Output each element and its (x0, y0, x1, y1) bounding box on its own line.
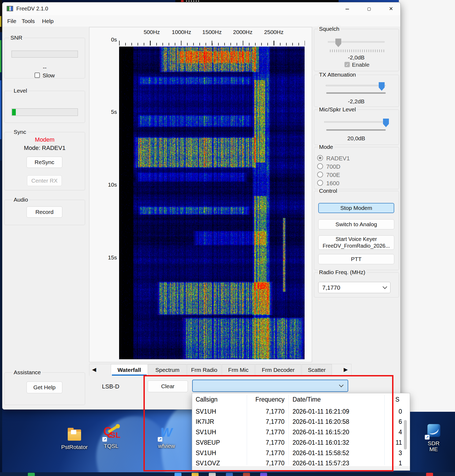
taskbar-icon[interactable] (28, 473, 35, 476)
taskbar-icon[interactable] (243, 473, 250, 476)
header-snr[interactable]: S (395, 396, 399, 403)
desktop-icon-tqsl[interactable]: QSL ↗ TQSL (95, 426, 127, 449)
voice-keyer-line2: FreeDV_FromRadio_2026... (323, 243, 390, 249)
tx-attenuation-value: -2,2dB (335, 98, 378, 105)
background-window-red-pip (181, 0, 184, 2)
tab-scatter[interactable]: Scatter (302, 364, 332, 376)
menu-bar: File Tools Help (2, 15, 400, 27)
background-window-glyphs (186, 1, 199, 2)
squelch-enable-label[interactable]: Enable (352, 62, 369, 68)
tab-frm-mic[interactable]: Frm Mic (222, 364, 255, 376)
time-axis-label: 0s (101, 36, 117, 43)
level-group (4, 91, 85, 123)
mode-radio-radev1[interactable] (317, 155, 323, 161)
tx-attenuation-slider-track[interactable] (326, 85, 386, 86)
mode-radio-700e[interactable] (317, 172, 323, 177)
squelch-value: -2,0dB (335, 54, 378, 61)
slow-checkbox-label[interactable]: Slow (43, 72, 55, 79)
level-gauge-fill (12, 109, 16, 115)
tab-frm-decoder[interactable]: Frm Decoder (255, 364, 301, 376)
maximize-button[interactable] (363, 3, 375, 14)
desktop-icon-sdr[interactable]: ↗ SDR ME (418, 424, 450, 452)
sync-status: Modem (4, 136, 85, 143)
voice-keyer-line1: Start Voice Keyer (336, 236, 377, 243)
tqsl-icon: QSL ↗ (103, 426, 119, 441)
radio-freq-combobox[interactable]: 7,1770 (318, 282, 390, 293)
menu-help[interactable]: Help (40, 17, 55, 25)
taskbar-icon[interactable] (226, 473, 233, 476)
control-label: Control (318, 188, 339, 194)
tab-frm-radio[interactable]: Frm Radio (187, 364, 221, 376)
taskbar-icon[interactable] (426, 473, 433, 476)
freq-axis-label: 2500Hz (262, 29, 286, 35)
taskbar-icon[interactable] (260, 473, 267, 476)
mode-radio-label[interactable]: RADEV1 (326, 155, 350, 162)
minimize-button[interactable] (341, 3, 353, 14)
freq-axis-label: 2000Hz (231, 29, 255, 35)
mic-spkr-label: Mic/Spkr Level (318, 106, 357, 113)
desktop-icon-label: TQSL (95, 443, 127, 449)
taskbar-icon[interactable] (175, 473, 181, 476)
mic-spkr-slider-track[interactable] (324, 121, 388, 123)
audio-label: Audio (12, 197, 29, 203)
sync-label: Sync (12, 129, 28, 135)
level-gauge (12, 108, 78, 116)
annotation-red-rectangle (143, 375, 393, 471)
mode-label: Mode (318, 144, 335, 150)
taskbar-icon[interactable] (192, 473, 199, 476)
window-title: FreeDV 2.1.0 (16, 6, 48, 12)
freq-axis-label: 1000Hz (169, 29, 194, 35)
mic-spkr-value: 20,0dB (335, 135, 378, 142)
stop-modem-button[interactable]: Stop Modem (318, 203, 394, 213)
app-icon (7, 6, 13, 11)
mic-spkr-tick-line (326, 129, 386, 131)
snr-gauge (12, 51, 78, 58)
active-tab-underline (112, 375, 147, 376)
menu-file[interactable]: File (6, 17, 18, 25)
resync-button[interactable]: ReSync (26, 157, 62, 168)
background-window-strip (175, 0, 339, 2)
vertical-scrollbar[interactable] (404, 420, 407, 449)
squelch-enable-checkbox[interactable]: ✓ (344, 62, 350, 67)
title-bar[interactable]: FreeDV 2.1.0 ✕ (2, 2, 400, 15)
freq-axis-label: 1500Hz (200, 29, 224, 35)
waterfall-display[interactable] (119, 47, 305, 359)
get-help-button[interactable]: Get Help (26, 381, 62, 393)
mode-radio-label[interactable]: 700D (326, 163, 340, 170)
tab-scroll-left-icon[interactable]: ◀ (92, 366, 96, 373)
freedv-window: FreeDV 2.1.0 ✕ File Tools Help SNR -- Sl… (2, 2, 401, 410)
record-button[interactable]: Record (26, 206, 62, 218)
menu-tools[interactable]: Tools (20, 17, 36, 25)
view-tab-strip: ◀ Waterfall Spectrum Frm Radio Frm Mic F… (89, 364, 351, 376)
taskbar-icon[interactable] (209, 473, 216, 476)
slow-checkbox[interactable] (35, 73, 40, 78)
mode-radio-label[interactable]: 700E (326, 172, 340, 179)
tab-spectrum[interactable]: Spectrum (148, 364, 187, 376)
voice-keyer-button[interactable]: Start Voice Keyer FreeDV_FromRadio_2026.… (318, 235, 394, 250)
assistance-label: Assistance (12, 369, 42, 376)
desktop-icon-pstrotator[interactable]: PstRotator (58, 427, 90, 450)
switch-to-analog-button[interactable]: Switch to Analog (318, 219, 394, 229)
squelch-label: Squelch (318, 26, 341, 32)
squelch-tick-ruler (330, 50, 385, 52)
shortcut-arrow-icon: ↗ (102, 437, 107, 442)
tab-scroll-right-icon[interactable]: ▶ (344, 366, 348, 373)
mode-radio-700d[interactable] (317, 163, 323, 169)
desktop-edge-strip (0, 0, 2, 476)
tx-attenuation-label: TX Attenuation (318, 71, 357, 78)
time-axis-label: 15s (101, 254, 117, 261)
tab-waterfall[interactable]: Waterfall (111, 364, 148, 376)
time-axis-label: 10s (101, 182, 117, 188)
radio-freq-label: Radio Freq. (MHz) (318, 269, 367, 275)
waterfall-canvas (119, 47, 305, 359)
mode-radio-label[interactable]: 1600 (326, 180, 339, 187)
center-rx-button[interactable]: Center RX (27, 175, 62, 186)
mode-radio-1600[interactable] (317, 180, 323, 186)
taskbar[interactable] (0, 472, 455, 476)
ptt-button[interactable]: PTT (318, 254, 394, 264)
level-label: Level (12, 88, 28, 94)
tx-attenuation-tick-line (326, 92, 386, 94)
close-button[interactable]: ✕ (385, 3, 397, 14)
freq-axis-minor-ticks (119, 43, 305, 46)
background-window (399, 0, 455, 412)
